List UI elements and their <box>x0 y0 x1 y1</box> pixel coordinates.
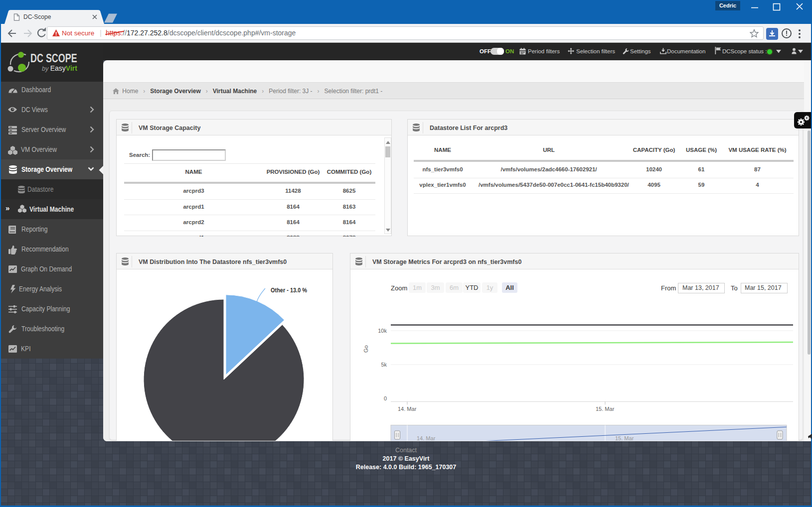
svg-text:14. Mar: 14. Mar <box>398 406 417 412</box>
svg-text:Go: Go <box>363 345 369 353</box>
svg-text:14. Mar: 14. Mar <box>417 435 436 441</box>
svg-text:0: 0 <box>384 395 387 401</box>
svg-text:5k: 5k <box>381 362 387 368</box>
svg-text:Other - 13.0 %: Other - 13.0 % <box>271 286 307 294</box>
svg-text:10k: 10k <box>378 328 387 334</box>
svg-text:15. Mar: 15. Mar <box>596 406 615 412</box>
svg-text:15. Mar: 15. Mar <box>615 435 634 441</box>
